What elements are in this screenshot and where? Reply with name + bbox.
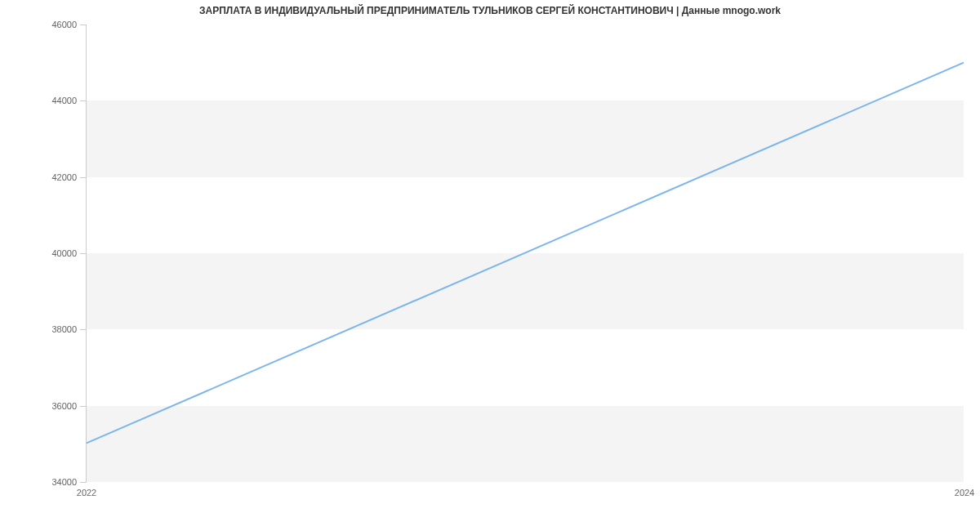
- plot-area: 34000360003800040000420004400046000 2022…: [86, 25, 964, 482]
- y-axis-label: 42000: [38, 172, 77, 182]
- y-tick: [80, 177, 87, 178]
- y-axis-label: 34000: [38, 477, 77, 487]
- y-tick: [80, 406, 87, 407]
- y-axis-label: 46000: [38, 20, 77, 29]
- y-axis-label: 40000: [38, 248, 77, 258]
- y-axis-label: 36000: [38, 401, 77, 411]
- y-tick: [80, 100, 87, 101]
- y-tick: [80, 329, 87, 330]
- x-axis-label: 2024: [955, 488, 974, 498]
- y-axis-label: 38000: [38, 324, 77, 334]
- y-tick: [80, 253, 87, 254]
- x-axis-label: 2022: [77, 488, 96, 498]
- y-axis-label: 44000: [38, 96, 77, 105]
- y-tick: [80, 25, 87, 25]
- chart-line: [87, 25, 964, 481]
- y-tick: [80, 482, 87, 483]
- chart-title: ЗАРПЛАТА В ИНДИВИДУАЛЬНЫЙ ПРЕДПРИНИМАТЕЛ…: [0, 5, 980, 16]
